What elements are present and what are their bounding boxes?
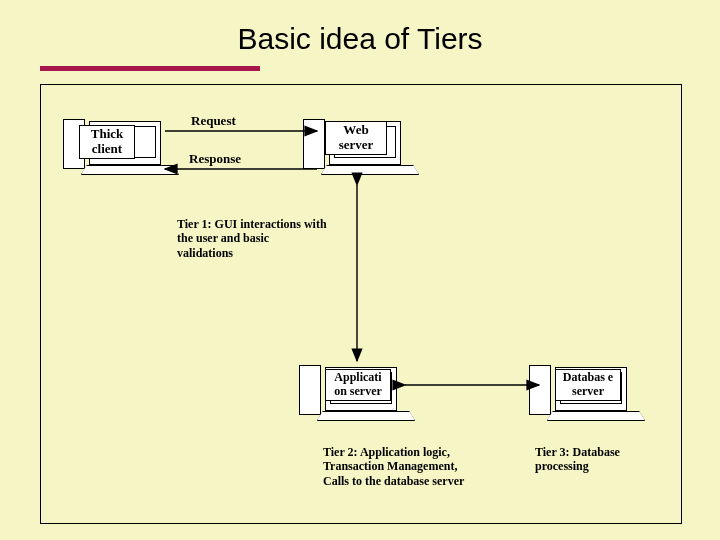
response-label: Response xyxy=(189,151,241,167)
tier1-caption: Tier 1: GUI interactions with the user a… xyxy=(177,217,327,260)
db-server-box: Databas e server xyxy=(555,369,621,401)
tier3-caption: Tier 3: Database processing xyxy=(535,445,665,474)
thick-client-box: Thick client xyxy=(79,125,135,159)
app-server-box: Applicati on server xyxy=(325,369,391,401)
web-server-box: Web server xyxy=(325,121,387,155)
request-label: Request xyxy=(191,113,236,129)
diagram-panel: Thick client Web server Applicati on ser… xyxy=(40,84,682,524)
slide-title: Basic idea of Tiers xyxy=(0,22,720,56)
title-underline xyxy=(40,66,260,71)
tier2-caption: Tier 2: Application logic, Transaction M… xyxy=(323,445,483,488)
